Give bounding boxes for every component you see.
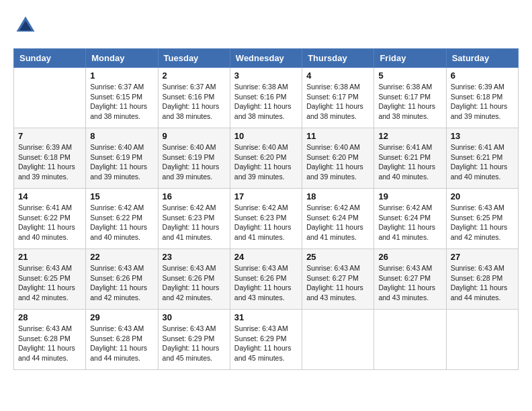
day-info: Sunrise: 6:41 AMSunset: 6:21 PMDaylight:… [451, 142, 514, 182]
day-number: 25 [306, 252, 369, 262]
day-info: Sunrise: 6:43 AMSunset: 6:29 PMDaylight:… [163, 324, 226, 363]
day-number: 9 [163, 131, 226, 141]
day-info: Sunrise: 6:43 AMSunset: 6:28 PMDaylight:… [18, 324, 81, 363]
day-number: 17 [234, 191, 298, 201]
day-number: 16 [163, 191, 226, 201]
calendar-day-cell: 10Sunrise: 6:40 AMSunset: 6:20 PMDayligh… [230, 128, 302, 189]
day-number: 5 [378, 71, 441, 81]
day-of-week-header: Thursday [302, 49, 374, 68]
calendar-day-cell: 7Sunrise: 6:39 AMSunset: 6:18 PMDaylight… [14, 128, 86, 189]
day-info: Sunrise: 6:37 AMSunset: 6:15 PMDaylight:… [90, 82, 153, 122]
day-number: 29 [90, 312, 153, 322]
day-number: 27 [451, 252, 514, 262]
calendar-day-cell: 20Sunrise: 6:43 AMSunset: 6:25 PMDayligh… [446, 189, 518, 249]
calendar-day-cell: 18Sunrise: 6:42 AMSunset: 6:24 PMDayligh… [302, 189, 374, 249]
day-number: 22 [90, 252, 153, 262]
day-number: 24 [234, 252, 298, 262]
day-number: 18 [306, 191, 369, 201]
day-number: 15 [90, 191, 153, 201]
day-info: Sunrise: 6:43 AMSunset: 6:28 PMDaylight:… [90, 324, 153, 363]
calendar-day-cell: 4Sunrise: 6:38 AMSunset: 6:17 PMDaylight… [302, 68, 374, 128]
day-info: Sunrise: 6:42 AMSunset: 6:23 PMDaylight:… [234, 203, 298, 242]
calendar-day-cell: 28Sunrise: 6:43 AMSunset: 6:28 PMDayligh… [14, 310, 86, 370]
calendar-day-cell: 21Sunrise: 6:43 AMSunset: 6:25 PMDayligh… [14, 249, 86, 310]
day-info: Sunrise: 6:38 AMSunset: 6:16 PMDaylight:… [234, 82, 298, 122]
calendar-empty-cell [446, 310, 518, 370]
day-info: Sunrise: 6:43 AMSunset: 6:25 PMDaylight:… [451, 203, 514, 242]
calendar-empty-cell [14, 68, 86, 128]
day-number: 11 [306, 131, 369, 141]
day-number: 10 [234, 131, 298, 141]
day-number: 7 [18, 131, 81, 141]
day-info: Sunrise: 6:43 AMSunset: 6:25 PMDaylight:… [18, 263, 81, 303]
page-header [13, 13, 519, 38]
day-number: 4 [306, 71, 369, 81]
calendar-day-cell: 23Sunrise: 6:43 AMSunset: 6:26 PMDayligh… [158, 249, 230, 310]
calendar-day-cell: 17Sunrise: 6:42 AMSunset: 6:23 PMDayligh… [230, 189, 302, 249]
day-info: Sunrise: 6:42 AMSunset: 6:23 PMDaylight:… [163, 203, 226, 242]
day-info: Sunrise: 6:40 AMSunset: 6:20 PMDaylight:… [234, 142, 298, 182]
calendar-day-cell: 30Sunrise: 6:43 AMSunset: 6:29 PMDayligh… [158, 310, 230, 370]
day-info: Sunrise: 6:43 AMSunset: 6:27 PMDaylight:… [306, 263, 369, 303]
day-of-week-header: Wednesday [230, 49, 302, 68]
day-info: Sunrise: 6:42 AMSunset: 6:24 PMDaylight:… [378, 203, 441, 242]
day-number: 31 [234, 312, 298, 322]
day-number: 26 [378, 252, 441, 262]
day-info: Sunrise: 6:39 AMSunset: 6:18 PMDaylight:… [451, 82, 514, 122]
day-info: Sunrise: 6:40 AMSunset: 6:19 PMDaylight:… [163, 142, 226, 182]
calendar-day-cell: 15Sunrise: 6:42 AMSunset: 6:22 PMDayligh… [86, 189, 158, 249]
day-number: 8 [90, 131, 153, 141]
calendar-table: SundayMondayTuesdayWednesdayThursdayFrid… [13, 48, 519, 370]
day-of-week-header: Sunday [14, 49, 86, 68]
day-info: Sunrise: 6:40 AMSunset: 6:19 PMDaylight:… [90, 142, 153, 182]
calendar-day-cell: 2Sunrise: 6:37 AMSunset: 6:16 PMDaylight… [158, 68, 230, 128]
calendar-day-cell: 9Sunrise: 6:40 AMSunset: 6:19 PMDaylight… [158, 128, 230, 189]
calendar-day-cell: 27Sunrise: 6:43 AMSunset: 6:28 PMDayligh… [446, 249, 518, 310]
day-number: 6 [451, 71, 514, 81]
calendar-header-row: SundayMondayTuesdayWednesdayThursdayFrid… [14, 49, 519, 68]
day-number: 14 [18, 191, 81, 201]
day-number: 2 [163, 71, 226, 81]
calendar-day-cell: 25Sunrise: 6:43 AMSunset: 6:27 PMDayligh… [302, 249, 374, 310]
calendar-day-cell: 5Sunrise: 6:38 AMSunset: 6:17 PMDaylight… [374, 68, 446, 128]
logo [13, 13, 40, 38]
day-number: 21 [18, 252, 81, 262]
calendar-day-cell: 6Sunrise: 6:39 AMSunset: 6:18 PMDaylight… [446, 68, 518, 128]
day-info: Sunrise: 6:41 AMSunset: 6:21 PMDaylight:… [378, 142, 441, 182]
day-number: 1 [90, 71, 153, 81]
calendar-day-cell: 14Sunrise: 6:41 AMSunset: 6:22 PMDayligh… [14, 189, 86, 249]
calendar-day-cell: 8Sunrise: 6:40 AMSunset: 6:19 PMDaylight… [86, 128, 158, 189]
calendar-day-cell: 24Sunrise: 6:43 AMSunset: 6:26 PMDayligh… [230, 249, 302, 310]
day-info: Sunrise: 6:38 AMSunset: 6:17 PMDaylight:… [378, 82, 441, 122]
calendar-day-cell: 12Sunrise: 6:41 AMSunset: 6:21 PMDayligh… [374, 128, 446, 189]
day-info: Sunrise: 6:37 AMSunset: 6:16 PMDaylight:… [163, 82, 226, 122]
day-number: 13 [451, 131, 514, 141]
day-of-week-header: Tuesday [158, 49, 230, 68]
calendar-week-row: 21Sunrise: 6:43 AMSunset: 6:25 PMDayligh… [14, 249, 519, 310]
day-info: Sunrise: 6:43 AMSunset: 6:27 PMDaylight:… [378, 263, 441, 303]
calendar-day-cell: 22Sunrise: 6:43 AMSunset: 6:26 PMDayligh… [86, 249, 158, 310]
calendar-day-cell: 31Sunrise: 6:43 AMSunset: 6:29 PMDayligh… [230, 310, 302, 370]
calendar-day-cell: 13Sunrise: 6:41 AMSunset: 6:21 PMDayligh… [446, 128, 518, 189]
calendar-day-cell: 26Sunrise: 6:43 AMSunset: 6:27 PMDayligh… [374, 249, 446, 310]
day-number: 30 [163, 312, 226, 322]
day-number: 3 [234, 71, 298, 81]
day-number: 20 [451, 191, 514, 201]
calendar-empty-cell [302, 310, 374, 370]
calendar-week-row: 7Sunrise: 6:39 AMSunset: 6:18 PMDaylight… [14, 128, 519, 189]
day-number: 12 [378, 131, 441, 141]
day-of-week-header: Friday [374, 49, 446, 68]
calendar-empty-cell [374, 310, 446, 370]
day-info: Sunrise: 6:42 AMSunset: 6:24 PMDaylight:… [306, 203, 369, 242]
day-info: Sunrise: 6:43 AMSunset: 6:26 PMDaylight:… [163, 263, 226, 303]
calendar-day-cell: 11Sunrise: 6:40 AMSunset: 6:20 PMDayligh… [302, 128, 374, 189]
calendar-day-cell: 16Sunrise: 6:42 AMSunset: 6:23 PMDayligh… [158, 189, 230, 249]
day-info: Sunrise: 6:43 AMSunset: 6:26 PMDaylight:… [234, 263, 298, 303]
day-number: 28 [18, 312, 81, 322]
day-of-week-header: Saturday [446, 49, 518, 68]
calendar-day-cell: 1Sunrise: 6:37 AMSunset: 6:15 PMDaylight… [86, 68, 158, 128]
day-number: 23 [163, 252, 226, 262]
calendar-day-cell: 29Sunrise: 6:43 AMSunset: 6:28 PMDayligh… [86, 310, 158, 370]
day-info: Sunrise: 6:39 AMSunset: 6:18 PMDaylight:… [18, 142, 81, 182]
day-info: Sunrise: 6:41 AMSunset: 6:22 PMDaylight:… [18, 203, 81, 242]
